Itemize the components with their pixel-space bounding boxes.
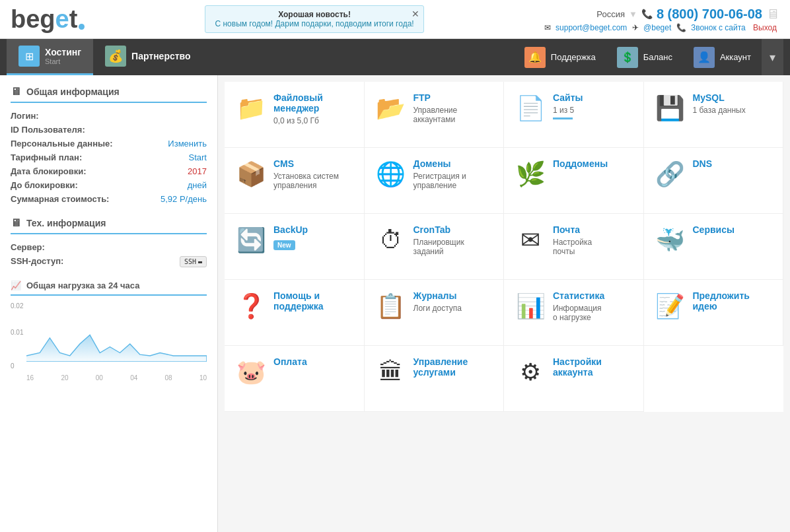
grid-cell-7[interactable]: 🔗 DNS: [644, 148, 784, 214]
cell-title-6[interactable]: Поддомены: [553, 158, 608, 169]
cell-title-8[interactable]: BackUp: [273, 224, 308, 235]
personal-link[interactable]: Изменить: [168, 139, 207, 149]
cell-text-15: Предложить идею: [693, 290, 773, 314]
cell-sub2: заданий: [413, 247, 444, 256]
cell-icon-8: 🔄: [235, 224, 267, 256]
top-links: ✉ support@beget.com ✈ @beget 📞 Звонок с …: [544, 23, 779, 32]
cell-title-16[interactable]: Оплата: [273, 356, 307, 367]
sidebar: 🖥 Общая информация Логин: ID Пользовател…: [0, 75, 218, 532]
grid-cell-5[interactable]: 🌐 Домены Регистрация иуправление: [365, 148, 505, 214]
cell-title-2[interactable]: Сайты: [553, 92, 583, 103]
grid-cell-1[interactable]: 📂 FTP Управлениеаккаунтами: [365, 82, 505, 148]
cell-text-1: FTP Управлениеаккаунтами: [413, 92, 458, 124]
cell-icon-3: 💾: [655, 92, 686, 124]
grid-cell-18[interactable]: ⚙ Настройки аккаунта: [504, 346, 644, 412]
cell-title-13[interactable]: Журналы: [413, 290, 462, 301]
notification-subtitle: С новым годом! Дарим подарки, подводим и…: [215, 19, 413, 28]
days-value: дней: [188, 180, 207, 190]
plan-value: Start: [189, 152, 207, 162]
cell-title-14[interactable]: Статистика: [553, 290, 604, 301]
callback-link[interactable]: Звонок с сайта: [691, 23, 746, 32]
nav-partner[interactable]: 💰 Партнерство: [93, 39, 202, 75]
logout-link[interactable]: Выход: [753, 23, 777, 32]
grid-cell-0[interactable]: 📁 Файловый менеджер 0,0 из 5,0 Гб: [225, 82, 365, 148]
telegram-link[interactable]: @beget: [643, 23, 671, 32]
cell-icon-15: 📝: [655, 290, 686, 322]
nav-balance[interactable]: 💲 Баланс: [606, 39, 683, 75]
grid-cell-12[interactable]: ❓ Помощь и поддержка: [225, 280, 365, 346]
cell-sub-4: Установка системуправления: [273, 172, 339, 190]
top-right: Россия ▼ 📞 8 (800) 700-06-08 🖥 ✉ support…: [544, 7, 779, 32]
cell-top-5: 🌐 Домены Регистрация иуправление: [375, 158, 493, 190]
grid-cell-10[interactable]: ✉ Почта Настройкапочты: [504, 214, 644, 280]
cell-title-4[interactable]: CMS: [273, 158, 339, 169]
cell-title-11[interactable]: Сервисы: [693, 224, 735, 235]
cell-icon-6: 🌿: [515, 158, 546, 190]
cell-icon-14: 📊: [515, 290, 546, 322]
nav-account[interactable]: 👤 Аккаунт: [683, 39, 762, 75]
nav-hosting[interactable]: ⊞ Хостинг Start: [7, 39, 93, 75]
cell-text-5: Домены Регистрация иуправление: [413, 158, 466, 190]
plan-row: Тарифный план: Start: [11, 152, 207, 162]
cell-top-17: 🏛 Управление услугами: [375, 356, 493, 388]
nav-bar: ⊞ Хостинг Start 💰 Партнерство 🔔 Поддержк…: [0, 39, 790, 75]
cell-top-15: 📝 Предложить идею: [655, 290, 773, 322]
cell-top-0: 📁 Файловый менеджер 0,0 из 5,0 Гб: [235, 92, 353, 125]
tech-icon: 🖥: [11, 217, 21, 229]
chart-x4: 04: [130, 374, 137, 382]
nav-balance-label: Баланс: [643, 52, 672, 62]
support-email-link[interactable]: support@beget.com: [556, 23, 627, 32]
plan-label: Тарифный план:: [11, 152, 82, 162]
cell-title-17[interactable]: Управление услугами: [413, 356, 493, 378]
general-info-title: 🖥 Общая информация: [11, 86, 207, 103]
grid-cell-14[interactable]: 📊 Статистика Информацияо нагрузке: [504, 280, 644, 346]
grid-cell-13[interactable]: 📋 Журналы Логи доступа: [365, 280, 505, 346]
top-bar: beget ✕ Хорошая новость! С новым годом! …: [0, 0, 790, 39]
nav-expand-button[interactable]: ▾: [762, 39, 783, 75]
nav-hosting-label: Хостинг: [45, 47, 81, 57]
grid-cell-8[interactable]: 🔄 BackUp New: [225, 214, 365, 280]
grid-cell-3[interactable]: 💾 MySQL 1 база данных: [644, 82, 784, 148]
cell-text-6: Поддомены: [553, 158, 608, 172]
cell-title-15[interactable]: Предложить идею: [693, 290, 773, 312]
cell-title-5[interactable]: Домены: [413, 158, 466, 169]
cell-title-9[interactable]: CronTab: [413, 224, 464, 235]
cell-title-18[interactable]: Настройки аккаунта: [553, 356, 633, 378]
chart-section: 📈 Общая нагрузка за 24 часа 0.02 0.01 0: [11, 281, 207, 382]
grid-cell-2[interactable]: 📄 Сайты 1 из 5: [504, 82, 644, 148]
grid-cell-11[interactable]: 🐳 Сервисы: [644, 214, 784, 280]
logo: beget: [11, 7, 85, 32]
notification-close[interactable]: ✕: [412, 9, 419, 19]
cell-title-0[interactable]: Файловый менеджер: [273, 92, 353, 114]
region-selector[interactable]: Россия: [596, 9, 625, 19]
ssh-row: SSH-доступ: SSH ▬: [11, 256, 207, 267]
cell-icon-7: 🔗: [655, 158, 686, 190]
services-grid: 📁 Файловый менеджер 0,0 из 5,0 Гб 📂 FTP …: [225, 82, 783, 412]
cell-title-7[interactable]: DNS: [693, 158, 713, 169]
cell-sub-10: Настройкапочты: [553, 238, 592, 256]
chart-x1: 16: [26, 374, 34, 382]
cell-top-16: 🐷 Оплата: [235, 356, 353, 388]
cell-text-3: MySQL 1 база данных: [693, 92, 746, 115]
support-icon: 🔔: [524, 47, 546, 68]
cell-title-1[interactable]: FTP: [413, 92, 458, 103]
grid-cell-6[interactable]: 🌿 Поддомены: [504, 148, 644, 214]
nav-support[interactable]: 🔔 Поддержка: [514, 39, 606, 75]
cell-top-14: 📊 Статистика Информацияо нагрузке: [515, 290, 633, 322]
grid-cell-15[interactable]: 📝 Предложить идею: [644, 280, 784, 346]
cell-top-4: 📦 CMS Установка системуправления: [235, 158, 353, 190]
block-date-label: Дата блокировки:: [11, 166, 87, 176]
grid-cell-9[interactable]: ⏱ CronTab Планировщикзаданий: [365, 214, 505, 280]
load-chart: [26, 302, 207, 362]
account-icon: 👤: [694, 47, 715, 68]
grid-cell-16[interactable]: 🐷 Оплата: [225, 346, 365, 412]
grid-cell-4[interactable]: 📦 CMS Установка системуправления: [225, 148, 365, 214]
cell-text-14: Статистика Информацияо нагрузке: [553, 290, 604, 322]
cell-title-10[interactable]: Почта: [553, 224, 592, 235]
cell-text-17: Управление услугами: [413, 356, 493, 380]
notification-banner: ✕ Хорошая новость! С новым годом! Дарим …: [205, 5, 423, 33]
cell-title-3[interactable]: MySQL: [693, 92, 746, 103]
grid-cell-17[interactable]: 🏛 Управление услугами: [365, 346, 505, 412]
cell-title-12[interactable]: Помощь и поддержка: [273, 290, 353, 312]
cell-sub2: управления: [273, 181, 316, 190]
